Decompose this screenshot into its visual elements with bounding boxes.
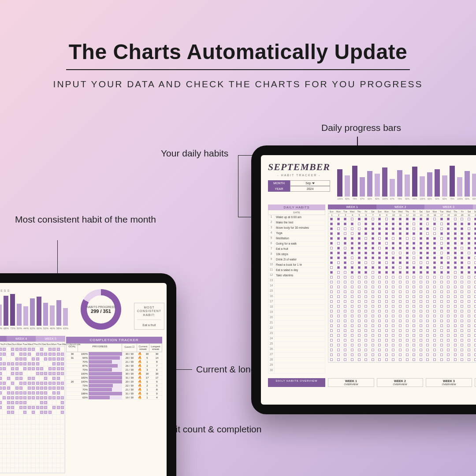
habit-grid[interactable] xyxy=(0,347,65,473)
completion-row: 70%21 / 30🔥36 xyxy=(66,368,162,372)
callout-daily-habits: Your daily habits xyxy=(161,148,228,159)
tablet-left: Y PROGRESS 53%70%60%50%68%72%50%44%62%66… xyxy=(0,273,176,476)
tablet-right: SEPTEMBER - HABIT TRACKER - MONTH Sep YE… xyxy=(251,145,476,414)
year-label: YEAR xyxy=(268,186,290,192)
bar xyxy=(345,175,350,197)
bar xyxy=(382,167,387,197)
daily-progress-label: DAILY PROGRESS xyxy=(337,161,476,164)
progress-label: Y PROGRESS xyxy=(0,289,68,292)
col-longest-streak: Longest streak xyxy=(149,344,162,352)
completion-row: 30100%30 / 30🔥3030 xyxy=(66,352,162,356)
habit-row[interactable]: 3Move body for 30 minutes xyxy=(268,226,325,231)
habit-row[interactable]: 21 xyxy=(268,321,325,326)
screen-right: SEPTEMBER - HABIT TRACKER - MONTH Sep YE… xyxy=(261,155,476,405)
habit-row[interactable]: 27 xyxy=(268,353,325,358)
most-consistent-value: Eat a fruit xyxy=(137,324,161,327)
habit-row[interactable]: 7Eat a fruit xyxy=(268,247,325,252)
habit-row[interactable]: 19 xyxy=(268,310,325,316)
donut-chart: HABITS PROGRESS 299 / 351 xyxy=(77,289,125,330)
habit-row[interactable]: 26 xyxy=(268,347,325,353)
bar xyxy=(0,305,2,326)
completion-row: 100%30 / 30🔥3030 xyxy=(66,372,162,376)
hero-divider xyxy=(66,69,410,70)
col-goal: GOAL xyxy=(67,344,78,352)
bar xyxy=(63,308,68,326)
fire-icon: 🔥 xyxy=(137,360,142,364)
habit-row[interactable]: 18 xyxy=(268,305,325,310)
habit-checkbox-grid[interactable] xyxy=(328,217,476,363)
habit-row[interactable]: 13 xyxy=(268,279,325,284)
habit-row[interactable]: 29 xyxy=(268,363,325,368)
habit-row[interactable]: 22 xyxy=(268,326,325,331)
bar xyxy=(427,172,432,197)
bar xyxy=(457,177,462,197)
habit-row[interactable]: 23 xyxy=(268,331,325,337)
week-cell: WEEK 2 xyxy=(376,205,425,209)
habit-row[interactable]: 30 xyxy=(268,368,325,374)
chevron-down-icon xyxy=(312,182,315,184)
bar xyxy=(4,296,8,326)
habit-row[interactable]: 1Wake up at 6:00 am xyxy=(268,215,325,220)
month-select[interactable]: Sep xyxy=(290,180,330,186)
habit-row[interactable]: 16 xyxy=(268,294,325,300)
habit-row[interactable]: 6Going for a walk xyxy=(268,242,325,247)
month-label: MONTH xyxy=(268,180,290,186)
progress-bars xyxy=(0,295,68,326)
habit-row[interactable]: 9Drink 2l of water xyxy=(268,257,325,263)
month-subtitle: - HABIT TRACKER - xyxy=(268,174,330,177)
bar xyxy=(17,304,22,326)
habit-row[interactable]: 10Read a book for 1 hr xyxy=(268,263,325,268)
bar xyxy=(472,174,476,197)
habit-row[interactable]: 2Make the bed xyxy=(268,220,325,226)
day-header: SunMonTueWedThuFriSatSunMonTueWedThuFriS… xyxy=(0,342,65,347)
completion-row: 183%31 / 30🔥1717 xyxy=(66,376,162,380)
week-cell: WEEK 3 xyxy=(424,205,473,209)
habit-row[interactable]: 15 xyxy=(268,289,325,294)
habit-row[interactable]: 25 xyxy=(268,342,325,347)
week-cell: WEEK 3 xyxy=(0,336,7,342)
fire-icon: 🔥 xyxy=(137,380,142,383)
completion-row: 73%22 / 30🔥25 xyxy=(66,384,162,388)
bar xyxy=(375,174,380,197)
bar xyxy=(465,171,470,197)
bar xyxy=(405,175,410,197)
overview-cell: WEEK 1OVERVIEW xyxy=(328,378,374,387)
hero-subtitle: INPUT YOUR DATA AND CHECK THE CHARTS FOR… xyxy=(0,79,476,89)
completion-row: 3194%29 / 30🔥514 xyxy=(66,356,162,360)
year-input[interactable]: 2024 xyxy=(290,186,330,192)
habit-row[interactable]: 17 xyxy=(268,300,325,305)
hero-title: The Charts Automatically Update xyxy=(0,0,476,64)
week-header: WEEK 3WEEK 4WEEK 5 xyxy=(0,336,65,342)
fire-icon: 🔥 xyxy=(137,376,142,379)
habit-row[interactable]: 24 xyxy=(268,337,325,342)
habit-row[interactable]: 810k steps xyxy=(268,252,325,257)
habit-row[interactable]: 12Take vitamins xyxy=(268,273,325,279)
most-consistent-panel: MOST CONSISTENT HABIT: Eat a fruit xyxy=(134,303,164,330)
overview-cell: WEEK 3OVERVIEW xyxy=(426,378,472,387)
week-cell: WEEK 1 xyxy=(328,205,376,209)
leader-line xyxy=(238,155,238,217)
fire-icon: 🔥 xyxy=(137,396,142,399)
date-label: DATE xyxy=(268,210,325,215)
daily-progress-bars xyxy=(337,166,476,197)
habit-row[interactable]: 11Eat a salad a day xyxy=(268,268,325,273)
completion-row: 188%31 / 30🔥99 xyxy=(66,392,162,396)
bar xyxy=(390,179,395,197)
habit-row[interactable]: 20 xyxy=(268,316,325,321)
bar xyxy=(10,294,15,326)
callout-most-consistent: Most consistent habit of the month xyxy=(15,213,156,226)
bar xyxy=(337,169,342,197)
habit-row[interactable]: 14 xyxy=(268,284,325,289)
habit-row[interactable]: 28 xyxy=(268,358,325,363)
bar xyxy=(435,169,440,197)
habit-row[interactable]: 4Yoga xyxy=(268,231,325,236)
fire-icon: 🔥 xyxy=(137,384,142,387)
habit-row[interactable]: 5Meditation xyxy=(268,236,325,242)
bar xyxy=(412,167,417,197)
callout-daily-progress: Daily progress bars xyxy=(321,123,401,133)
week-cell: WEEK 4 xyxy=(7,336,36,342)
bar xyxy=(352,166,357,197)
week-cell: WEEK 5 xyxy=(36,336,65,342)
completion-row: 87%26 / 30🔥27 xyxy=(66,364,162,368)
fire-icon: 🔥 xyxy=(137,368,142,372)
